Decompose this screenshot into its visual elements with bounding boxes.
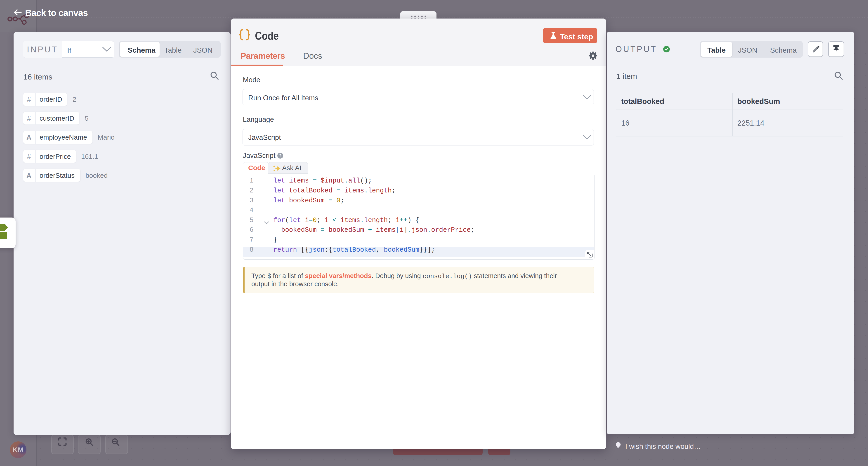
svg-text:?: ?	[279, 154, 282, 158]
